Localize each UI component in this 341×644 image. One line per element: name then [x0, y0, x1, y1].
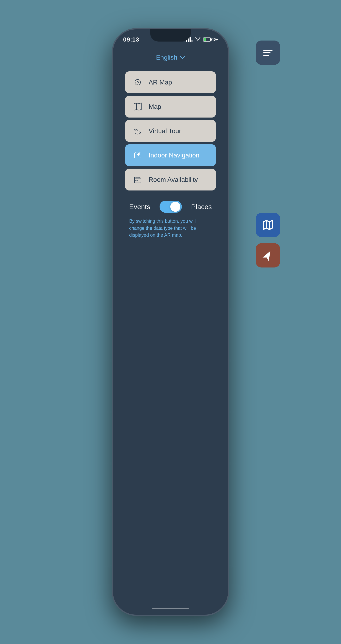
toggle-section: Events Places By switching this button, …: [125, 200, 216, 239]
nav-app-icon[interactable]: [256, 243, 280, 268]
chevron-down-icon: [180, 55, 185, 60]
menu-item-room-availability[interactable]: ROOM 234 Room Availability: [125, 168, 216, 190]
phone-frame: 09:13: [112, 28, 229, 616]
menu-item-indoor-nav-label: Indoor Navigation: [149, 152, 199, 159]
status-time: 09:13: [123, 36, 139, 43]
battery-body: [203, 38, 211, 42]
toggle-thumb: [170, 202, 180, 212]
virtual-tour-icon: 3D: [132, 126, 143, 136]
svg-point-7: [137, 82, 138, 83]
svg-point-17: [137, 154, 138, 156]
menu-app-icon[interactable]: [256, 40, 280, 65]
signal-icon: [186, 37, 193, 42]
battery-fill: [204, 38, 206, 41]
scene: 09:13: [85, 0, 256, 644]
svg-point-6: [135, 80, 141, 85]
signal-bar-1: [186, 40, 187, 42]
menu-item-ar-map[interactable]: AR Map: [125, 71, 216, 93]
room-availability-icon: ROOM 234: [132, 174, 143, 185]
language-selector[interactable]: English: [125, 54, 216, 61]
toggle-events-label: Events: [129, 203, 150, 211]
battery-label: 40+: [212, 38, 218, 42]
menu-list: AR Map Map: [125, 71, 216, 190]
home-bar: [152, 608, 189, 609]
signal-bar-2: [188, 38, 189, 42]
main-content: English: [113, 46, 228, 602]
svg-rect-16: [134, 153, 141, 158]
language-text: English: [156, 54, 177, 61]
menu-item-map-label: Map: [149, 103, 161, 110]
toggle-hint: By switching this button, you will chang…: [125, 218, 216, 239]
svg-text:3D: 3D: [134, 129, 138, 132]
menu-item-virtual-tour[interactable]: 3D Virtual Tour: [125, 120, 216, 142]
toggle-row: Events Places: [125, 200, 216, 213]
menu-item-map[interactable]: Map: [125, 96, 216, 118]
indoor-nav-icon: [132, 150, 143, 160]
status-icons: 40+: [186, 37, 218, 42]
screen: 09:13: [113, 30, 228, 614]
svg-marker-3: [264, 220, 273, 230]
wifi-icon: [195, 37, 201, 42]
menu-item-ar-map-label: AR Map: [149, 79, 172, 86]
signal-bar-3: [190, 37, 191, 42]
signal-bar-4: [191, 40, 193, 42]
map-icon: [132, 101, 143, 112]
maps-app-icon[interactable]: [256, 213, 280, 237]
home-indicator: [113, 602, 228, 614]
status-bar: 09:13: [113, 30, 228, 46]
svg-text:234: 234: [135, 179, 138, 181]
menu-item-indoor-navigation[interactable]: Indoor Navigation: [125, 144, 216, 166]
menu-item-virtual-tour-label: Virtual Tour: [149, 127, 181, 135]
toggle-places-label: Places: [191, 203, 212, 211]
ar-map-icon: [132, 77, 143, 88]
side-apps-panel: [256, 40, 280, 268]
svg-marker-12: [134, 103, 141, 110]
toggle-switch[interactable]: [160, 200, 182, 213]
menu-item-room-availability-label: Room Availability: [149, 176, 198, 184]
svg-text:ROOM: ROOM: [135, 177, 140, 178]
battery-icon: 40+: [203, 38, 218, 42]
